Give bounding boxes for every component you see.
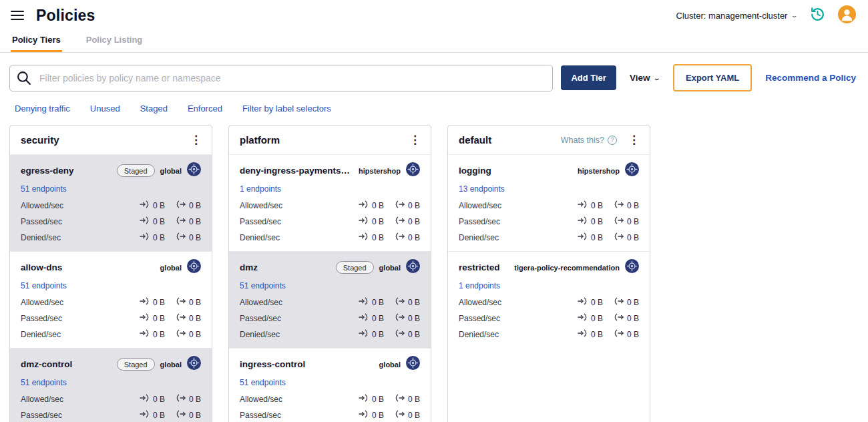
- hamburger-menu-icon[interactable]: [9, 6, 25, 25]
- ingress-value: 0 B: [372, 330, 384, 339]
- filter-label-selectors[interactable]: Filter by label selectors: [242, 103, 331, 114]
- policy-scope: hipstershop: [578, 167, 620, 175]
- tab-policy-tiers[interactable]: Policy Tiers: [11, 28, 62, 52]
- stat-label: Allowed/sec: [459, 298, 501, 307]
- endpoints-link[interactable]: 51 endpoints: [240, 281, 286, 290]
- filter-unused[interactable]: Unused: [90, 103, 120, 114]
- cluster-selector[interactable]: Cluster: management-cluster ⌄: [676, 11, 797, 21]
- policy-scope: hipstershop: [359, 167, 401, 175]
- tab-policy-listing[interactable]: Policy Listing: [85, 28, 144, 52]
- ingress-arrow-icon: [578, 313, 588, 323]
- policy-name: dmz-control: [21, 359, 112, 369]
- history-icon: [809, 6, 826, 25]
- kebab-menu-icon[interactable]: ⋮: [624, 133, 644, 147]
- egress-arrow-icon: [614, 200, 624, 210]
- endpoints-link[interactable]: 1 endpoints: [459, 281, 500, 290]
- stat-label: Passed/sec: [459, 217, 500, 226]
- policy-card[interactable]: allow-dns global: [10, 251, 212, 348]
- egress-arrow-icon: [614, 297, 624, 307]
- recommend-policy-link[interactable]: Recommend a Policy: [765, 73, 856, 83]
- policy-stats: Allowed/sec 0 B: [240, 200, 420, 242]
- ingress-value: 0 B: [153, 411, 165, 420]
- tier-name: security: [21, 134, 59, 146]
- policy-card[interactable]: ingress-control global: [229, 348, 431, 422]
- whats-this-link[interactable]: Whats this? ?: [561, 136, 617, 145]
- filter-denying-traffic[interactable]: Denying traffic: [15, 103, 70, 114]
- endpoints-link[interactable]: 13 endpoints: [459, 184, 505, 194]
- filter-staged[interactable]: Staged: [140, 103, 168, 114]
- ingress-arrow-icon: [578, 329, 588, 339]
- stat-label: Passed/sec: [21, 411, 62, 420]
- policy-scope: global: [379, 264, 401, 272]
- egress-arrow-icon: [176, 216, 186, 226]
- ingress-value: 0 B: [372, 314, 384, 323]
- stat-label: Denied/sec: [459, 233, 499, 242]
- info-icon: ?: [608, 136, 617, 145]
- stat-label: Passed/sec: [21, 217, 62, 226]
- page-title: Policies: [36, 7, 95, 25]
- endpoints-link[interactable]: 51 endpoints: [240, 378, 286, 387]
- stat-row: Passed/sec 0 B: [459, 216, 639, 226]
- ingress-value: 0 B: [153, 217, 165, 226]
- policy-list: logging hipstershop: [448, 155, 650, 348]
- view-dropdown-button[interactable]: View ⌄: [630, 73, 660, 83]
- ingress-arrow-icon: [140, 216, 150, 226]
- egress-arrow-icon: [614, 329, 624, 339]
- search-icon: [16, 70, 31, 88]
- egress-value: 0 B: [627, 233, 639, 242]
- filter-enforced[interactable]: Enforced: [188, 103, 222, 114]
- ingress-arrow-icon: [578, 297, 588, 307]
- ingress-value: 0 B: [153, 201, 165, 210]
- endpoints-link[interactable]: 51 endpoints: [21, 378, 67, 387]
- stat-label: Passed/sec: [240, 314, 281, 323]
- search-input[interactable]: [9, 65, 553, 91]
- policy-scope: global: [379, 361, 401, 369]
- policy-stats: Allowed/sec 0 B: [240, 297, 420, 339]
- ingress-value: 0 B: [153, 233, 165, 242]
- ingress-value: 0 B: [153, 395, 165, 404]
- endpoints-link[interactable]: 51 endpoints: [21, 184, 67, 194]
- stat-row: Denied/sec 0 B: [21, 232, 201, 242]
- policy-card[interactable]: restricted tigera-policy-recommendation: [448, 251, 650, 348]
- policy-list: egress-deny Staged global: [10, 155, 212, 422]
- ingress-value: 0 B: [591, 233, 603, 242]
- add-tier-button[interactable]: Add Tier: [561, 65, 616, 90]
- quick-filter-row: Denying traffic Unused Staged Enforced F…: [0, 91, 868, 114]
- policy-card[interactable]: dmz Staged global: [229, 251, 431, 348]
- staged-badge: Staged: [336, 261, 374, 274]
- stat-row: Allowed/sec 0 B: [21, 200, 201, 210]
- policy-card[interactable]: egress-deny Staged global: [10, 155, 212, 251]
- egress-arrow-icon: [176, 394, 186, 404]
- ingress-value: 0 B: [591, 330, 603, 339]
- history-button[interactable]: [809, 6, 826, 25]
- egress-arrow-icon: [614, 313, 624, 323]
- ingress-arrow-icon: [359, 200, 369, 210]
- kebab-menu-icon[interactable]: ⋮: [186, 133, 206, 147]
- policy-scope: tigera-policy-recommendation: [514, 264, 620, 272]
- ingress-arrow-icon: [140, 297, 150, 307]
- policy-card[interactable]: logging hipstershop: [448, 155, 650, 251]
- egress-arrow-icon: [614, 232, 624, 242]
- tier-header: security ? ⋮: [10, 126, 212, 155]
- policy-name: egress-deny: [21, 166, 112, 176]
- endpoints-link[interactable]: 1 endpoints: [240, 184, 281, 194]
- egress-value: 0 B: [627, 314, 639, 323]
- policy-stats: Allowed/sec 0 B: [21, 394, 201, 422]
- user-avatar[interactable]: [838, 5, 856, 25]
- policy-card[interactable]: deny-ingress-paymentservi... hipstershop: [229, 155, 431, 251]
- kebab-menu-icon[interactable]: ⋮: [405, 133, 425, 147]
- endpoints-link[interactable]: 51 endpoints: [21, 281, 67, 290]
- egress-value: 0 B: [408, 411, 420, 420]
- stat-label: Denied/sec: [21, 233, 61, 242]
- staged-badge: Staged: [117, 164, 155, 177]
- egress-arrow-icon: [176, 329, 186, 339]
- egress-value: 0 B: [189, 233, 201, 242]
- export-yaml-button[interactable]: Export YAML: [673, 64, 752, 91]
- policy-scope-globe-icon: [187, 356, 201, 373]
- top-bar: Policies Cluster: management-cluster ⌄: [0, 0, 868, 28]
- egress-arrow-icon: [176, 297, 186, 307]
- ingress-value: 0 B: [372, 201, 384, 210]
- stat-row: Denied/sec 0 B: [240, 329, 420, 339]
- policy-stats: Allowed/sec 0 B: [240, 394, 420, 422]
- policy-card[interactable]: dmz-control Staged global: [10, 348, 212, 422]
